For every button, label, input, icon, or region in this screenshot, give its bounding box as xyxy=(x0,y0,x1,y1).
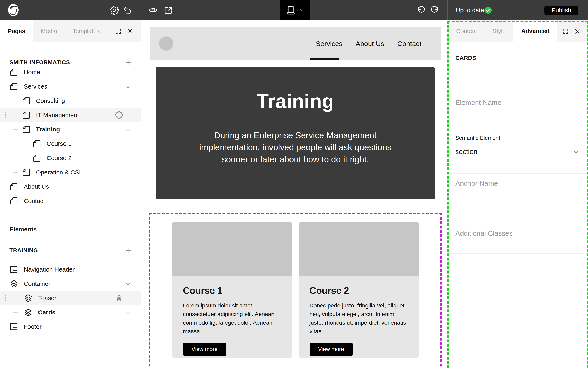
page-tree-item-operation-csi[interactable]: Operation & CSI xyxy=(0,165,141,180)
element-item-cards[interactable]: Cards xyxy=(0,305,141,320)
tab-content[interactable]: Content xyxy=(448,20,485,42)
course-card[interactable]: Course 2 Donec pede justo, fringilla vel… xyxy=(299,222,419,358)
add-element-icon[interactable] xyxy=(125,247,133,254)
page-icon xyxy=(22,96,31,105)
drag-handle-icon[interactable] xyxy=(3,110,7,120)
page-icon xyxy=(32,139,41,148)
toolbar-divider xyxy=(447,0,448,20)
undo-icon[interactable] xyxy=(416,6,426,15)
publish-button[interactable]: Publish xyxy=(544,6,578,15)
page-icon xyxy=(22,125,31,134)
layers-icon xyxy=(24,294,33,303)
settings-gear-icon[interactable] xyxy=(109,6,119,15)
element-name-field-wrap xyxy=(455,97,580,108)
left-tabstrip: Pages Media Templates xyxy=(0,20,141,42)
card-text: Donec pede justo, fringilla vel, aliquet… xyxy=(309,301,408,336)
nav-link-contact[interactable]: Contact xyxy=(397,40,421,48)
page-icon xyxy=(10,68,19,77)
element-item-container[interactable]: Container xyxy=(0,277,141,291)
view-more-button[interactable]: View more xyxy=(183,343,226,356)
element-item-teaser[interactable]: Teaser xyxy=(0,291,141,305)
close-panel-icon[interactable] xyxy=(574,28,581,35)
properties-sidebar: Content Style Advanced CARDS Semantic El… xyxy=(448,20,588,368)
element-item-navigation-header[interactable]: Navigation Header xyxy=(0,262,141,277)
pages-sidebar: Pages Media Templates SMITH INFORMATICS xyxy=(0,20,141,368)
discard-changes-icon[interactable] xyxy=(122,6,132,15)
chevron-down-icon[interactable] xyxy=(124,280,132,288)
card-image-placeholder xyxy=(172,222,292,276)
page-icon xyxy=(10,182,19,191)
chevron-down-icon[interactable] xyxy=(124,308,132,316)
semantic-element-value: section xyxy=(455,147,477,156)
view-more-button[interactable]: View more xyxy=(309,343,353,356)
element-item-footer[interactable]: Footer xyxy=(0,320,141,334)
page-icon xyxy=(10,82,19,91)
expand-panel-icon[interactable] xyxy=(562,28,569,35)
component-group-name: TRAINING xyxy=(10,247,38,254)
additional-classes-input[interactable] xyxy=(455,228,580,239)
tab-style[interactable]: Style xyxy=(485,20,513,42)
open-external-icon[interactable] xyxy=(164,6,173,15)
tab-pages[interactable]: Pages xyxy=(0,20,33,42)
cards-section: Course 1 Lorem ipsum dolor sit amet, con… xyxy=(150,222,440,358)
page-tree-item-contact[interactable]: Contact xyxy=(0,194,141,208)
page-tree-item-about-us[interactable]: About Us xyxy=(0,180,141,194)
elements-heading: Elements xyxy=(10,226,37,233)
anchor-name-field-wrap xyxy=(455,178,580,189)
close-panel-icon[interactable] xyxy=(127,28,133,35)
gear-icon[interactable] xyxy=(115,111,123,119)
chevron-down-icon[interactable] xyxy=(124,83,132,91)
tab-advanced[interactable]: Advanced xyxy=(513,20,558,42)
hero-body: During an Enterprise Service Management … xyxy=(187,129,404,166)
form-separator xyxy=(448,173,588,174)
page-tree-item-course-2[interactable]: Course 2 xyxy=(0,151,141,165)
card-text: Lorem ipsum dolor sit amet, consectetuer… xyxy=(183,301,281,336)
preview-eye-icon[interactable] xyxy=(148,6,158,15)
page-tree-item-course-1[interactable]: Course 1 xyxy=(0,137,141,151)
drag-handle-icon[interactable] xyxy=(3,294,7,303)
semantic-element-select[interactable]: section xyxy=(455,144,580,159)
site-name: SMITH INFORMATICS xyxy=(10,59,70,66)
elements-tree: Navigation Header Container Teaser Cards xyxy=(0,262,141,334)
course-card[interactable]: Course 1 Lorem ipsum dolor sit amet, con… xyxy=(172,222,292,358)
device-preview-selector[interactable] xyxy=(280,0,310,20)
site-logo-placeholder xyxy=(159,37,174,51)
check-circle-icon xyxy=(484,6,492,14)
nav-link-services[interactable]: Services xyxy=(316,40,343,48)
semantic-element-label: Semantic Element xyxy=(455,135,500,141)
top-toolbar: Up to date Publish xyxy=(0,0,588,20)
page-icon xyxy=(22,168,31,177)
redo-icon[interactable] xyxy=(430,6,439,15)
panel-divider xyxy=(0,239,141,239)
active-nav-underline xyxy=(310,58,339,60)
preview-hero[interactable]: Training During an Enterprise Service Ma… xyxy=(156,67,435,199)
page-tree-item-home[interactable]: Home xyxy=(0,65,141,79)
page-tree-item-consulting[interactable]: Consulting xyxy=(0,94,141,108)
status-text: Up to date xyxy=(456,7,484,14)
chevron-down-icon[interactable] xyxy=(124,125,132,134)
card-image-placeholder xyxy=(299,222,419,276)
panel-divider xyxy=(0,220,141,220)
page-tree-item-services[interactable]: Services xyxy=(0,79,141,94)
right-tabstrip: Content Style Advanced xyxy=(448,20,588,42)
magnolia-logo-icon xyxy=(7,3,20,17)
anchor-name-input[interactable] xyxy=(455,178,580,189)
element-name-input[interactable] xyxy=(455,97,580,108)
expand-panel-icon[interactable] xyxy=(115,28,121,35)
page-icon xyxy=(10,196,19,205)
toolbar-divider xyxy=(141,0,141,20)
tab-media[interactable]: Media xyxy=(33,20,65,42)
layout-icon xyxy=(10,265,19,274)
trash-icon[interactable] xyxy=(115,294,123,302)
chevron-down-icon xyxy=(572,148,580,156)
page-tree-item-it-management[interactable]: IT Management xyxy=(0,108,141,122)
tab-templates[interactable]: Templates xyxy=(65,20,107,42)
page-tree-item-training[interactable]: Training xyxy=(0,122,141,137)
nav-link-about-us[interactable]: About Us xyxy=(356,40,384,48)
card-title: Course 1 xyxy=(183,285,281,296)
page-editor-app: Up to date Publish Pages Media Templates… xyxy=(0,0,588,368)
form-separator xyxy=(448,202,588,202)
cards-selection-outline: Course 1 Lorem ipsum dolor sit amet, con… xyxy=(149,213,442,368)
laptop-icon xyxy=(285,5,296,16)
form-separator xyxy=(448,253,588,254)
